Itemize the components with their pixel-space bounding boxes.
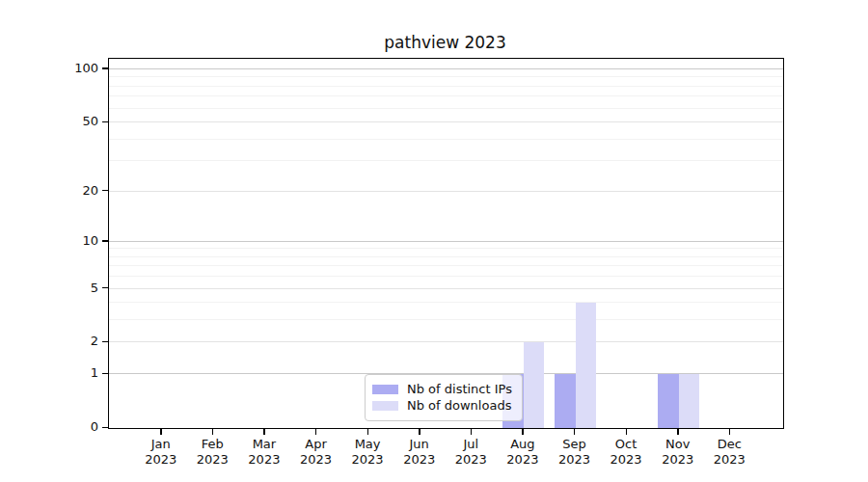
legend-swatch-downloads	[372, 401, 398, 411]
y-gridline-minor	[109, 139, 783, 140]
x-axis-tick	[367, 429, 368, 435]
chart-title: pathview 2023	[108, 32, 782, 53]
y-axis-tick	[102, 121, 108, 122]
y-axis-tick	[102, 287, 108, 288]
legend-label-downloads: Nb of downloads	[407, 398, 511, 414]
x-axis-tick	[315, 429, 316, 435]
y-tick-label: 20	[37, 183, 98, 199]
x-axis-tick	[419, 429, 420, 435]
y-gridline-minor	[109, 319, 783, 320]
y-gridline	[109, 341, 783, 342]
y-gridline-minor	[109, 248, 783, 249]
download-stats-chart: pathview 2023 Nb of distinct IPs Nb of d…	[0, 0, 868, 482]
legend: Nb of distinct IPs Nb of downloads	[365, 374, 523, 421]
y-gridline-minor	[109, 256, 783, 257]
y-gridline-minor	[109, 276, 783, 277]
legend-label-distinct-ips: Nb of distinct IPs	[407, 382, 512, 397]
y-tick-label: 100	[37, 61, 98, 76]
y-gridline	[109, 68, 783, 69]
bar-downloads-aug-2023	[524, 342, 545, 428]
y-tick-label: 0	[37, 419, 98, 435]
y-tick-label: 2	[37, 334, 98, 349]
y-gridline-minor	[109, 95, 783, 96]
y-axis-tick	[102, 190, 108, 191]
bar-distinct-ips-sep-2023	[555, 374, 576, 428]
y-gridline-minor	[109, 160, 783, 161]
y-tick-label: 1	[37, 365, 98, 381]
y-gridline-minor	[109, 76, 783, 77]
y-gridline	[109, 121, 783, 122]
y-gridline-minor	[109, 265, 783, 266]
legend-item-distinct-ips: Nb of distinct IPs	[372, 381, 522, 397]
x-axis-tick	[729, 429, 730, 435]
y-gridline	[109, 191, 783, 192]
x-axis-tick	[212, 429, 213, 435]
bar-downloads-nov-2023	[679, 374, 700, 428]
y-axis-tick	[102, 373, 108, 374]
x-axis-tick	[677, 429, 678, 435]
legend-swatch-distinct-ips	[372, 385, 398, 394]
x-axis-tick	[522, 429, 523, 435]
y-tick-label: 50	[37, 114, 98, 129]
y-axis-tick	[102, 67, 108, 68]
x-axis-tick	[263, 429, 264, 435]
x-axis-tick	[626, 429, 627, 435]
legend-item-downloads: Nb of downloads	[372, 397, 522, 414]
y-axis-tick	[102, 240, 108, 241]
y-axis-tick	[102, 341, 108, 342]
y-tick-label: 5	[37, 281, 98, 296]
y-axis-tick	[102, 427, 108, 428]
y-gridline-minor	[109, 302, 783, 303]
bar-distinct-ips-nov-2023	[658, 374, 679, 428]
x-axis-tick	[574, 429, 575, 435]
y-tick-label: 10	[37, 233, 98, 249]
y-gridline	[109, 241, 783, 242]
x-tick-label: Dec2023	[698, 437, 760, 468]
bar-downloads-sep-2023	[576, 303, 597, 428]
x-axis-tick	[160, 429, 161, 435]
y-gridline-minor	[109, 108, 783, 109]
y-gridline	[109, 288, 783, 289]
y-gridline-minor	[109, 86, 783, 87]
x-axis-tick	[471, 429, 472, 435]
